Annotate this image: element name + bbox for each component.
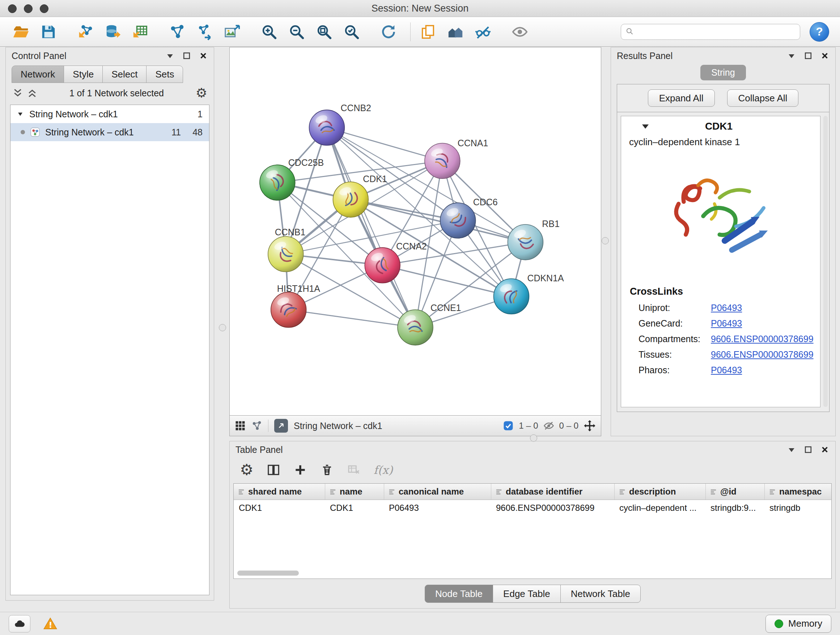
network-node-RB1[interactable] xyxy=(508,225,543,260)
edge-CCNB2-CCNE1[interactable] xyxy=(327,128,415,328)
network-canvas[interactable]: CCNB2CCNA1CDC25BCDK1CDC6RB1CCNB1CCNA2CDK… xyxy=(230,48,601,415)
selection-status: 1 of 1 Network selected xyxy=(38,88,196,98)
expand-all-icon[interactable] xyxy=(27,88,38,98)
column-header-namespac[interactable]: namespac xyxy=(764,484,831,500)
tab-style[interactable]: Style xyxy=(64,65,103,83)
network-node-CDKN1A[interactable] xyxy=(494,279,529,314)
network-node-CCNA2[interactable] xyxy=(365,248,400,283)
close-panel-icon[interactable] xyxy=(820,51,829,60)
show-columns-icon[interactable] xyxy=(267,463,280,477)
edge-HIST1H1A-CCNE1[interactable] xyxy=(289,310,415,328)
edge-CCNA2-CDKN1A[interactable] xyxy=(382,265,511,296)
network-view[interactable]: CCNB2CCNA1CDC25BCDK1CDC6RB1CCNB1CCNA2CDK… xyxy=(229,47,601,416)
import-network-from-file-button[interactable] xyxy=(74,20,97,44)
minimize-window-button[interactable] xyxy=(24,4,33,13)
float-panel-icon[interactable] xyxy=(182,51,191,60)
float-panel-icon[interactable] xyxy=(804,445,813,454)
network-node-CCNE1[interactable] xyxy=(398,310,433,345)
table-options-gear-icon[interactable]: ⚙ xyxy=(240,462,254,478)
network-node-HIST1H1A[interactable] xyxy=(271,292,306,328)
splitter-handle-right[interactable] xyxy=(602,237,609,244)
tab-string[interactable]: String xyxy=(700,65,745,80)
tab-node-table[interactable]: Node Table xyxy=(425,585,493,603)
collapse-entry-icon[interactable] xyxy=(641,122,650,131)
open-session-button[interactable] xyxy=(9,20,33,44)
network-node-CCNB2[interactable] xyxy=(309,110,345,146)
column-header-database-identifier[interactable]: database identifier xyxy=(491,484,614,500)
cloud-button[interactable] xyxy=(9,615,30,632)
network-row-selected[interactable]: String Network – cdk1 11 48 xyxy=(11,123,209,141)
tab-network-table[interactable]: Network Table xyxy=(561,585,641,603)
zoom-out-button[interactable] xyxy=(285,20,308,44)
new-network-button[interactable] xyxy=(166,20,189,44)
network-options-gear-icon[interactable]: ⚙ xyxy=(196,87,207,100)
function-builder-button[interactable]: f(x) xyxy=(374,463,393,477)
collapse-all-icon[interactable] xyxy=(12,88,23,98)
network-node-CCNA1[interactable] xyxy=(425,143,460,179)
crosslink-link[interactable]: P06493 xyxy=(711,365,742,375)
pan-move-icon[interactable] xyxy=(584,420,596,432)
copy-document-button[interactable] xyxy=(416,20,439,44)
crosslink-link[interactable]: P06493 xyxy=(711,302,742,313)
hidden-eye-slash-icon[interactable] xyxy=(543,420,554,431)
network-node-CDC6[interactable] xyxy=(440,203,476,238)
close-panel-icon[interactable] xyxy=(820,445,829,454)
memory-button[interactable]: Memory xyxy=(766,615,831,633)
panel-menu-icon[interactable] xyxy=(787,51,796,60)
show-panel-button[interactable] xyxy=(508,20,531,44)
column-header-name[interactable]: name xyxy=(325,484,384,500)
export-image-button[interactable] xyxy=(221,20,244,44)
column-header-canonical-name[interactable]: canonical name xyxy=(384,484,491,500)
zoom-fit-button[interactable] xyxy=(313,20,336,44)
grid-view-icon[interactable] xyxy=(235,420,246,431)
import-table-from-file-button[interactable] xyxy=(129,20,152,44)
network-overview-icon[interactable] xyxy=(251,420,262,431)
table-cell: CDK1 xyxy=(234,500,325,516)
result-card-header[interactable]: CDK1 xyxy=(621,116,820,136)
tab-edge-table[interactable]: Edge Table xyxy=(493,585,561,603)
zoom-selected-button[interactable] xyxy=(340,20,363,44)
network-node-CCNB1[interactable] xyxy=(268,236,303,272)
warning-icon[interactable] xyxy=(43,616,58,631)
hide-panels-button[interactable] xyxy=(471,20,494,44)
help-button[interactable]: ? xyxy=(810,22,829,42)
zoom-window-button[interactable] xyxy=(40,4,49,13)
edge-CCNB2-CCNA1[interactable] xyxy=(327,128,442,161)
crosslink-link[interactable]: 9606.ENSP00000378699 xyxy=(711,349,813,360)
panel-menu-icon[interactable] xyxy=(787,445,796,454)
zoom-in-button[interactable] xyxy=(257,20,281,44)
horizontal-scrollbar[interactable] xyxy=(237,570,299,576)
save-session-button[interactable] xyxy=(37,20,60,44)
splitter-handle-bottom[interactable] xyxy=(530,434,537,442)
expand-all-button[interactable]: Expand All xyxy=(648,89,715,107)
crosslink-link[interactable]: P06493 xyxy=(711,318,742,329)
add-column-icon[interactable] xyxy=(294,463,307,477)
float-panel-icon[interactable] xyxy=(804,51,813,60)
delete-column-icon[interactable] xyxy=(320,463,334,477)
column-header-description[interactable]: description xyxy=(614,484,706,500)
panel-menu-icon[interactable] xyxy=(165,51,175,60)
network-node-CDK1[interactable] xyxy=(333,182,368,217)
network-collection-row[interactable]: String Network – cdk1 1 xyxy=(11,105,209,123)
close-window-button[interactable] xyxy=(8,4,17,13)
tab-network[interactable]: Network xyxy=(11,65,64,83)
search-input[interactable] xyxy=(638,27,796,37)
birdseye-home-button[interactable] xyxy=(444,20,467,44)
column-header-shared-name[interactable]: shared name xyxy=(234,484,325,500)
refresh-view-button[interactable] xyxy=(377,20,400,44)
export-network-button[interactable] xyxy=(274,419,288,432)
crosslink-link[interactable]: 9606.ENSP00000378699 xyxy=(711,334,813,344)
close-panel-icon[interactable] xyxy=(199,51,208,60)
selected-checkbox-icon[interactable] xyxy=(503,420,514,431)
import-network-from-database-button[interactable] xyxy=(101,20,125,44)
table-row[interactable]: CDK1CDK1P064939606.ENSP00000378699cyclin… xyxy=(234,500,831,516)
tab-select[interactable]: Select xyxy=(103,65,147,83)
results-scrollbar[interactable] xyxy=(823,116,828,407)
network-from-selection-button[interactable] xyxy=(193,20,216,44)
tree-expander-icon[interactable] xyxy=(17,111,24,118)
collapse-all-button[interactable]: Collapse All xyxy=(727,89,799,107)
column-header--id[interactable]: @id xyxy=(706,484,764,500)
network-node-CDC25B[interactable] xyxy=(260,165,295,200)
tab-sets[interactable]: Sets xyxy=(146,65,183,83)
splitter-handle-left[interactable] xyxy=(219,324,226,331)
